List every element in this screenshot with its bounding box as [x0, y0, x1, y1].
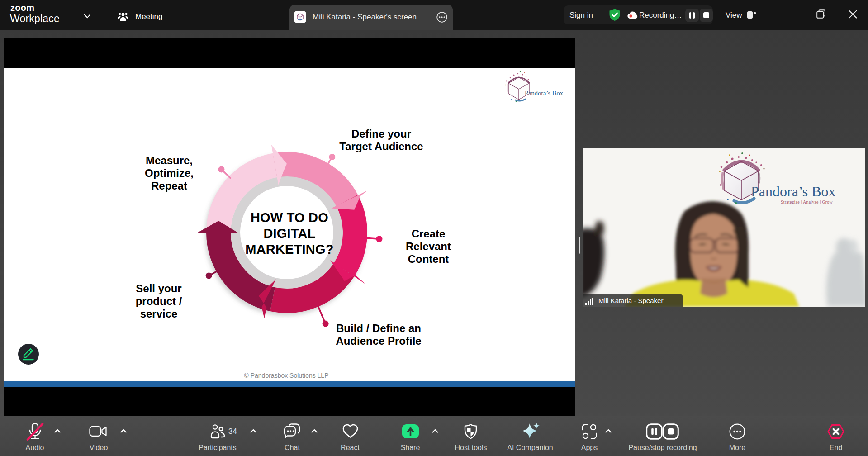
svg-text:Pandora’s Box: Pandora’s Box	[525, 90, 564, 97]
svg-text:Strategize | Analyze | Grow: Strategize | Analyze | Grow	[781, 200, 833, 204]
svg-text:Pandora’s Box: Pandora’s Box	[751, 183, 836, 200]
